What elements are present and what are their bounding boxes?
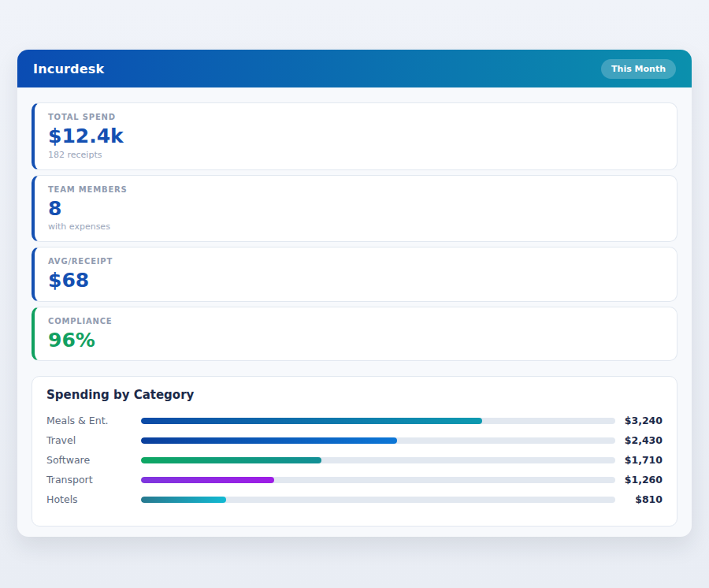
stat-label: COMPLIANCE	[48, 317, 663, 326]
chart-row-3: Transport$1,260	[46, 470, 663, 489]
stat-sub: 182 receipts	[48, 150, 663, 160]
bar-track	[141, 477, 615, 483]
bar-track	[141, 457, 615, 463]
chart-row-1: Travel$2,430	[46, 430, 663, 450]
stat-card-2: AVG/RECEIPT$68	[32, 247, 677, 302]
bar-track	[141, 418, 615, 424]
row-label: Transport	[46, 474, 141, 486]
row-label: Travel	[46, 434, 141, 446]
row-label: Meals & Ent.	[46, 415, 141, 426]
bar-fill	[141, 477, 274, 483]
row-label: Hotels	[46, 493, 141, 505]
bar-fill	[141, 418, 482, 424]
chart-rows: Meals & Ent.$3,240Travel$2,430Software$1…	[46, 411, 663, 509]
chart-row-0: Meals & Ent.$3,240	[46, 411, 663, 430]
row-value: $3,240	[615, 415, 663, 426]
chart-row-4: Hotels$810	[46, 489, 663, 509]
row-value: $810	[615, 493, 663, 505]
stat-card-3: COMPLIANCE96%	[32, 307, 677, 362]
stat-label: TEAM MEMBERS	[48, 185, 663, 194]
bar-fill	[141, 457, 321, 463]
stat-value: $68	[48, 270, 663, 292]
stat-value: 96%	[48, 329, 663, 352]
row-value: $1,710	[615, 454, 663, 466]
chart-row-2: Software$1,710	[46, 450, 663, 470]
stat-card-1: TEAM MEMBERS8with expenses	[32, 175, 677, 243]
stat-sub: with expenses	[48, 221, 663, 232]
bar-fill	[141, 437, 397, 444]
app-body: TOTAL SPEND$12.4k182 receiptsTEAM MEMBER…	[17, 87, 692, 537]
stat-value: 8	[48, 198, 663, 220]
row-value: $1,260	[615, 474, 663, 486]
row-value: $2,430	[615, 434, 663, 446]
stat-value: $12.4k	[48, 125, 663, 147]
app-header: Incurdesk This Month	[17, 50, 692, 87]
bar-fill	[141, 497, 226, 503]
period-badge[interactable]: This Month	[601, 59, 676, 79]
stat-label: AVG/RECEIPT	[48, 257, 663, 266]
bar-track	[141, 437, 615, 444]
stats-list: TOTAL SPEND$12.4k182 receiptsTEAM MEMBER…	[32, 102, 677, 361]
row-label: Software	[46, 454, 141, 466]
stat-card-0: TOTAL SPEND$12.4k182 receipts	[32, 102, 677, 170]
chart-card: Spending by Category Meals & Ent.$3,240T…	[32, 376, 677, 527]
app-title: Incurdesk	[33, 61, 104, 76]
bar-track	[141, 497, 615, 503]
app-window: Incurdesk This Month TOTAL SPEND$12.4k18…	[17, 50, 692, 537]
stat-label: TOTAL SPEND	[48, 113, 663, 121]
chart-title: Spending by Category	[46, 388, 663, 402]
